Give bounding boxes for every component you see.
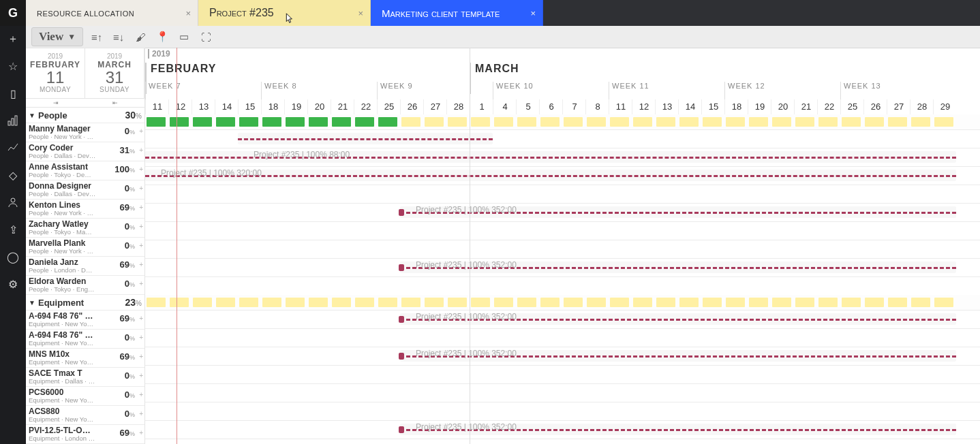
expand-icon[interactable]: + — [139, 165, 143, 173]
timeline-day-label: 19 — [284, 99, 308, 114]
group-header[interactable]: ▼Equipment23% — [26, 295, 144, 311]
expand-icon[interactable]: + — [139, 353, 143, 360]
range-expand-icon[interactable]: ⇤ — [112, 99, 118, 106]
resource-row[interactable]: Zachary WatleyPeople · Tokyo · Ma…0%+ — [26, 219, 144, 238]
pin-icon[interactable]: 📍 — [154, 29, 170, 45]
expand-icon[interactable]: + — [139, 391, 143, 398]
bar-handle[interactable] — [399, 209, 404, 216]
resource-row[interactable]: PCS6000Equipment · New Yo…0%+ — [26, 387, 144, 406]
group-header[interactable]: ▼People30% — [26, 108, 144, 123]
timeline-row[interactable] — [145, 240, 980, 259]
page-icon[interactable]: ▯ — [7, 87, 19, 99]
expand-icon[interactable]: + — [139, 204, 143, 211]
close-icon[interactable]: × — [530, 8, 536, 18]
expand-icon[interactable]: + — [139, 429, 143, 437]
timeline-body[interactable]: Project #235 | 100% 88:00Project #235 | … — [145, 114, 980, 444]
resource-row[interactable]: Marvella PlankPeople · New York · …0%+ — [26, 238, 144, 257]
bar-handle[interactable] — [399, 426, 404, 433]
expand-icon[interactable]: + — [139, 334, 143, 341]
timeline-row[interactable]: Project #235 | 100% 352:00 — [145, 310, 980, 329]
allocation-bar[interactable] — [238, 138, 493, 140]
range-end-cell[interactable]: 2019 MARCH 31 SUNDAY — [85, 48, 144, 98]
resource-row[interactable]: ACS880Equipment · New Yo…0%+ — [26, 406, 144, 425]
app-logo[interactable]: G — [0, 0, 26, 26]
resource-name: PVI-12.5-TL-O… — [29, 426, 104, 435]
timeline-row[interactable]: Project #235 | 100% 352:00 — [145, 347, 980, 366]
resource-row[interactable]: Donna DesignerPeople · Dallas · Dev…0%+ — [26, 180, 144, 200]
bar-handle[interactable] — [399, 264, 404, 271]
timeline-row[interactable] — [145, 129, 980, 148]
resource-row[interactable]: Daniela JanzPeople · London · D…69%+ — [26, 257, 144, 276]
range-controls[interactable]: ⇥ ⇤ — [26, 99, 144, 108]
allocation-bar[interactable] — [145, 175, 956, 177]
expand-icon[interactable]: + — [139, 127, 143, 135]
range-collapse-icon[interactable]: ⇥ — [53, 99, 59, 106]
add-icon[interactable]: ＋ — [7, 33, 19, 45]
resource-row[interactable]: Cory CoderPeople · Dallas · Dev…31%+ — [26, 142, 144, 161]
tab-0[interactable]: RESOURCE ALLOCATION× — [26, 0, 198, 26]
expand-icon[interactable]: + — [139, 223, 143, 230]
resource-row[interactable]: Manny ManagerPeople · New York · …0%+ — [26, 123, 144, 142]
bar-handle[interactable] — [399, 316, 404, 323]
timeline-row[interactable]: Project #235 | 100% 320:00 — [145, 166, 980, 185]
timeline-row[interactable] — [145, 365, 980, 384]
sort-desc-icon[interactable]: ≡↓ — [110, 29, 127, 45]
chart-icon[interactable] — [7, 142, 19, 154]
util-segment — [193, 298, 212, 307]
sort-asc-icon[interactable]: ≡↑ — [89, 29, 105, 45]
range-start-cell[interactable]: 2019 FEBRUARY 11 MONDAY — [26, 48, 85, 98]
expand-icon[interactable]: + — [139, 410, 143, 417]
resource-subtitle: People · Dallas · Dev… — [29, 153, 117, 159]
expand-icon[interactable]: + — [139, 315, 143, 322]
timeline-row[interactable] — [145, 328, 980, 347]
resource-row[interactable]: SACE Tmax TEquipment · Dallas · …0%+ — [26, 368, 144, 387]
help-icon[interactable]: ◯ — [7, 251, 19, 263]
expand-icon[interactable]: + — [139, 146, 143, 154]
util-segment — [749, 298, 768, 307]
resource-row[interactable]: A-694 F48 76" …Equipment · New Yo…0%+ — [26, 330, 144, 349]
date-range-display[interactable]: 2019 FEBRUARY 11 MONDAY 2019 MARCH 31 SU… — [26, 48, 144, 99]
format-icon[interactable]: 🖌 — [132, 29, 149, 45]
bar-handle[interactable] — [399, 353, 404, 360]
resource-row[interactable]: Anne AssistantPeople · Tokyo · De…100%+ — [26, 161, 144, 180]
timeline-row[interactable] — [145, 221, 980, 240]
close-icon[interactable]: × — [185, 8, 191, 18]
timeline-row[interactable]: Project #235 | 100% 352:00 — [145, 420, 980, 439]
chevron-down-icon: ▼ — [67, 32, 76, 42]
timeline-row[interactable]: Project #235 | 100% 352:00 — [145, 203, 980, 222]
timeline-row[interactable] — [145, 276, 980, 296]
view-menu-button[interactable]: View ▼ — [31, 27, 83, 46]
expand-icon[interactable]: + — [139, 185, 143, 192]
close-icon[interactable]: × — [358, 8, 363, 18]
export-icon[interactable]: ⇪ — [7, 223, 19, 236]
timeline-row[interactable] — [145, 185, 980, 204]
people-icon[interactable] — [7, 196, 19, 208]
expand-icon[interactable]: + — [139, 261, 143, 268]
timeline-row[interactable] — [145, 383, 980, 402]
resource-row[interactable]: PVI-12.5-TL-O…Equipment · London …69%+ — [26, 425, 144, 444]
resource-row[interactable]: MNS M10xEquipment · New Yo…69%+ — [26, 349, 144, 368]
reports-icon[interactable] — [7, 114, 19, 127]
resource-row[interactable]: A-694 F48 76" …Equipment · New Yo…69%+ — [26, 311, 144, 330]
today-icon[interactable]: ▭ — [176, 29, 192, 45]
fullscreen-icon[interactable]: ⛶ — [198, 29, 214, 45]
tab-1[interactable]: Project #235× — [198, 0, 371, 26]
drop-icon[interactable]: ◇ — [7, 169, 19, 181]
expand-icon[interactable]: + — [139, 242, 143, 249]
resource-utilization: 31% — [120, 146, 135, 155]
util-segment — [147, 117, 166, 127]
timeline-day-label: 1 — [470, 99, 493, 114]
tab-2[interactable]: Marketing client template× — [371, 0, 543, 26]
timeline[interactable]: 2019 FEBRUARYMARCH WEEK 7WEEK 8WEEK 9WEE… — [145, 48, 980, 444]
util-segment — [262, 298, 281, 307]
resource-row[interactable]: Kenton LinesPeople · New York · …69%+ — [26, 200, 144, 219]
settings-icon[interactable]: ⚙ — [7, 278, 19, 290]
timeline-row[interactable] — [145, 402, 980, 421]
timeline-row[interactable]: Project #235 | 100% 88:00 — [145, 148, 980, 167]
expand-icon[interactable]: + — [139, 280, 143, 287]
timeline-row[interactable]: Project #235 | 100% 352:00 — [145, 258, 980, 277]
resource-row[interactable]: Eldora WardenPeople · Tokyo · Eng…0%+ — [26, 276, 144, 295]
expand-icon[interactable]: + — [139, 372, 143, 379]
star-icon[interactable]: ☆ — [7, 60, 19, 72]
resource-utilization: 69% — [120, 203, 135, 212]
